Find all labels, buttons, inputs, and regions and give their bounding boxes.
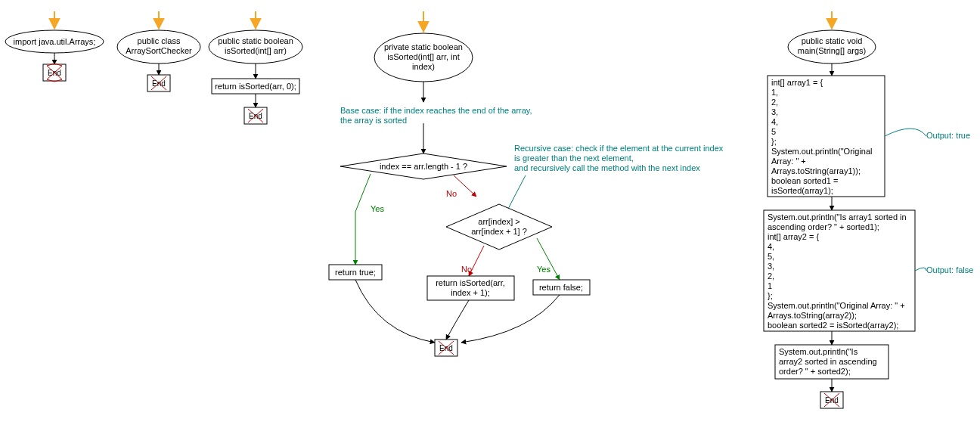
svg-text:4,: 4, [771,117,778,126]
end-icon: End [820,392,843,408]
end-icon: End [435,340,457,356]
svg-text:ArraySortChecker: ArraySortChecker [126,46,192,55]
svg-text:is greater than the next eleme: is greater than the next element, [514,153,634,163]
svg-text:public class: public class [138,36,181,45]
svg-text:isSorted(int[] arr): isSorted(int[] arr) [225,46,287,55]
svg-text:index + 1);: index + 1); [451,288,490,297]
svg-text:the array is sorted: the array is sorted [340,116,407,125]
svg-text:};: }; [771,137,777,146]
svg-text:return isSorted(arr, 0);: return isSorted(arr, 0); [215,82,296,91]
svg-text:and recursively call the metho: and recursively call the method with the… [514,163,700,172]
svg-text:3,: 3, [768,262,774,271]
svg-text:public static boolean: public static boolean [218,36,293,45]
svg-text:main(String[] args): main(String[] args) [798,46,866,55]
svg-text:End: End [152,79,166,88]
svg-text:End: End [48,69,61,77]
svg-text:System.out.println("Original A: System.out.println("Original Array: " + [768,301,905,310]
svg-text:boolean sorted2 = isSorted(arr: boolean sorted2 = isSorted(array2); [768,321,898,330]
end-icon: End [43,64,66,82]
comment-recursive-case: Recursive case: check if the element at … [514,144,724,153]
svg-text:End: End [249,112,262,120]
svg-text:Arrays.toString(array1));: Arrays.toString(array1)); [771,166,861,175]
svg-text:};: }; [768,291,773,300]
svg-text:1,: 1, [771,88,778,97]
svg-text:End: End [439,344,453,352]
svg-text:Yes: Yes [537,265,550,274]
svg-text:Array: " +: Array: " + [771,157,806,166]
svg-text:5: 5 [771,127,776,136]
svg-text:order? " + sorted2);: order? " + sorted2); [779,367,851,376]
return-false: return false; [539,283,583,292]
svg-text:System.out.println("Original: System.out.println("Original [771,147,873,156]
flow-import: import java.util.Arrays; End [5,11,104,82]
end-icon: End [244,107,267,124]
import-label: import java.util.Arrays; [14,37,96,46]
svg-text:index == arr.length - 1 ?: index == arr.length - 1 ? [380,162,467,171]
svg-text:array2 sorted in ascending: array2 sorted in ascending [779,357,877,366]
svg-text:1: 1 [768,281,772,290]
svg-text:5,: 5, [768,252,774,261]
svg-text:isSorted(int[] arr, int: isSorted(int[] arr, int [387,52,459,61]
svg-text:isSorted(array1);: isSorted(array1); [771,186,833,195]
svg-text:No: No [461,265,472,274]
svg-text:Yes: Yes [371,204,384,213]
svg-text:System.out.println("Is array1 : System.out.println("Is array1 sorted in [768,212,907,222]
return-recurse: return isSorted(arr, [436,278,505,287]
flow-main: public static void main(String[] args) i… [764,11,973,408]
svg-text:index): index) [412,62,435,71]
comment-output-true: Output: true [926,131,970,140]
svg-text:ascending order? " + sorted1);: ascending order? " + sorted1); [768,222,879,231]
svg-text:Arrays.toString(array2));: Arrays.toString(array2)); [768,311,857,320]
flow-public-issorted: public static boolean isSorted(int[] arr… [209,11,302,124]
svg-text:4,: 4, [768,242,774,251]
svg-text:3,: 3, [771,107,778,116]
svg-text:System.out.println("Is: System.out.println("Is [779,347,858,356]
flow-class: public class ArraySortChecker End [117,11,200,91]
svg-text:No: No [446,189,457,198]
svg-text:arr[index] >: arr[index] > [478,217,519,226]
return-true: return true; [335,268,376,277]
svg-text:public static void: public static void [802,36,863,45]
svg-text:End: End [825,396,839,405]
svg-text:2,: 2, [768,271,774,281]
svg-text:int[] array2 = {: int[] array2 = { [768,232,820,241]
comment-base-case: Base case: if the index reaches the end … [340,106,532,115]
flow-private-issorted: private static boolean isSorted(int[] ar… [329,11,724,356]
svg-text:int[] array1 = {: int[] array1 = { [771,78,823,87]
svg-text:boolean sorted1 =: boolean sorted1 = [771,176,838,185]
svg-text:arr[index + 1] ?: arr[index + 1] ? [471,227,527,236]
svg-text:2,: 2, [771,98,778,107]
svg-text:private static boolean: private static boolean [384,42,463,51]
comment-output-false: Output: false [926,265,973,274]
end-icon: End [147,75,170,91]
